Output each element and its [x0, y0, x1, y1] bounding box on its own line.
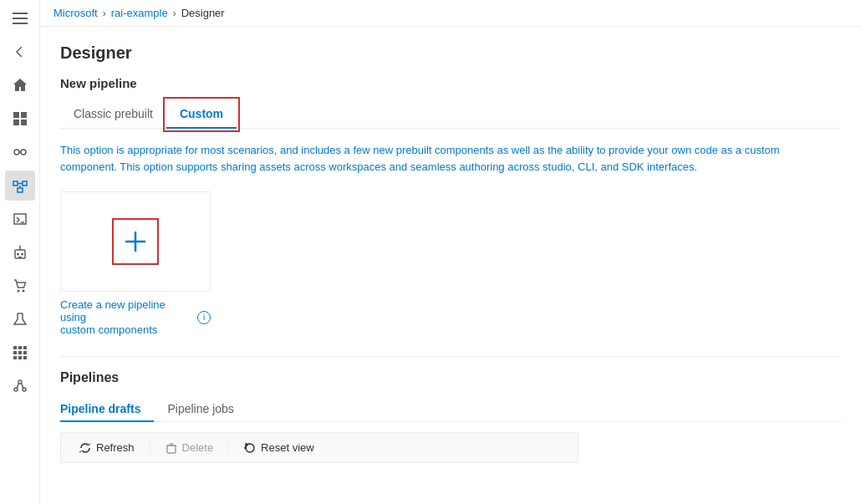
- card-label-text: Create a new pipeline using custom compo…: [60, 298, 192, 336]
- svg-rect-3: [13, 112, 19, 118]
- svg-point-8: [21, 150, 26, 155]
- refresh-icon: [79, 442, 91, 454]
- tab-classic-prebuilt[interactable]: Classic prebuilt: [60, 100, 166, 129]
- toolbar-sep-1: [150, 441, 150, 454]
- info-icon[interactable]: i: [197, 311, 211, 324]
- svg-rect-30: [23, 351, 27, 354]
- toolbar-sep-2: [228, 441, 229, 454]
- svg-rect-25: [13, 346, 17, 349]
- page-title: Designer: [60, 43, 841, 63]
- delete-button[interactable]: Delete: [157, 438, 222, 457]
- svg-point-7: [14, 150, 19, 155]
- svg-rect-0: [13, 13, 28, 14]
- svg-rect-31: [13, 356, 17, 359]
- dashboard-icon[interactable]: [5, 104, 35, 134]
- cart-icon[interactable]: [5, 271, 35, 301]
- tab-custom[interactable]: Custom: [166, 100, 237, 129]
- sidebar: [0, 0, 40, 504]
- svg-rect-4: [21, 112, 27, 118]
- svg-point-22: [17, 290, 19, 293]
- svg-rect-32: [18, 356, 22, 359]
- grid-small-icon[interactable]: [5, 338, 35, 368]
- svg-point-35: [14, 388, 18, 391]
- svg-rect-41: [167, 445, 176, 453]
- svg-point-36: [23, 388, 26, 391]
- svg-rect-33: [23, 356, 27, 359]
- section-divider: [60, 356, 841, 357]
- card-label: Create a new pipeline using custom compo…: [60, 298, 211, 336]
- svg-rect-19: [18, 257, 22, 258]
- svg-point-34: [18, 380, 22, 384]
- svg-point-21: [19, 246, 21, 247]
- content-area: Designer New pipeline Classic prebuilt C…: [40, 27, 861, 504]
- nodes-icon[interactable]: [5, 371, 35, 401]
- breadcrumb-rai-example[interactable]: rai-example: [111, 7, 168, 19]
- delete-icon: [166, 442, 177, 454]
- svg-rect-12: [18, 188, 23, 192]
- main-content: Microsoft › rai-example › Designer Desig…: [40, 0, 861, 504]
- pipeline-type-tabs: Classic prebuilt Custom: [60, 100, 841, 129]
- svg-rect-28: [13, 351, 17, 354]
- refresh-button[interactable]: Refresh: [71, 438, 143, 457]
- svg-rect-1: [13, 18, 28, 19]
- pipeline-sub-tabs: Pipeline drafts Pipeline jobs: [60, 395, 841, 422]
- breadcrumb-microsoft[interactable]: Microsoft: [53, 7, 98, 19]
- reset-view-icon: [244, 442, 256, 454]
- svg-rect-26: [18, 346, 22, 349]
- svg-point-23: [22, 290, 24, 293]
- svg-point-17: [17, 253, 19, 256]
- svg-line-38: [21, 384, 23, 389]
- svg-rect-10: [13, 181, 18, 186]
- svg-rect-29: [18, 351, 22, 354]
- svg-rect-6: [21, 120, 27, 125]
- new-pipeline-title: New pipeline: [60, 76, 841, 90]
- sub-tab-jobs[interactable]: Pipeline jobs: [167, 395, 247, 422]
- svg-rect-2: [13, 23, 28, 24]
- sub-tab-drafts[interactable]: Pipeline drafts: [60, 395, 154, 422]
- breadcrumb-sep-1: ›: [103, 8, 106, 19]
- breadcrumb: Microsoft › rai-example › Designer: [40, 0, 861, 27]
- plus-icon-box: [112, 218, 159, 265]
- svg-rect-11: [23, 181, 27, 186]
- pipeline-card-area: Create a new pipeline using custom compo…: [60, 191, 841, 336]
- pipeline-icon[interactable]: [5, 171, 35, 201]
- back-icon[interactable]: [5, 37, 35, 67]
- menu-icon[interactable]: [5, 3, 35, 33]
- lab-icon[interactable]: [5, 304, 35, 334]
- home-icon[interactable]: [5, 70, 35, 100]
- new-pipeline-card[interactable]: [60, 191, 211, 292]
- pipeline-description: This option is appropriate for most scen…: [60, 142, 813, 175]
- breadcrumb-current: Designer: [181, 7, 225, 19]
- transform-icon[interactable]: [5, 137, 35, 167]
- terminal-icon[interactable]: [5, 204, 35, 234]
- svg-line-37: [17, 384, 18, 389]
- svg-point-44: [246, 444, 254, 452]
- pipeline-toolbar: Refresh Delete Reset view: [60, 432, 578, 463]
- svg-point-18: [21, 253, 23, 256]
- svg-rect-27: [23, 346, 27, 349]
- breadcrumb-sep-2: ›: [173, 8, 176, 19]
- reset-view-button[interactable]: Reset view: [236, 438, 323, 457]
- pipelines-title: Pipelines: [60, 370, 841, 385]
- robot-icon[interactable]: [5, 237, 35, 267]
- svg-rect-5: [13, 120, 19, 125]
